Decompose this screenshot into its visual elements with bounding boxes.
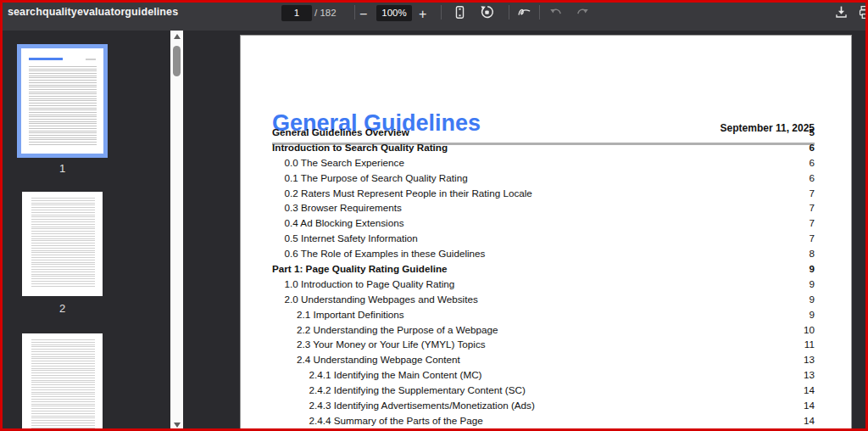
toc-entry-page-number: 13 [804, 367, 815, 383]
toc-entry-text[interactable]: 2.4.4 Summary of the Parts of the Page [272, 415, 483, 426]
thumbnail-date-line [86, 59, 97, 60]
toc-entry-text[interactable]: 0.3 Browser Requirements [272, 202, 402, 213]
toc-entry-text[interactable]: 0.4 Ad Blocking Extensions [272, 217, 404, 228]
toc-entry-text[interactable]: General Guidelines Overview [272, 126, 409, 137]
toc-entry-text[interactable]: 0.6 The Role of Examples in these Guidel… [272, 248, 485, 259]
toc-entry[interactable]: 2.4.4 Summary of the Parts of the Page 1… [272, 413, 815, 428]
toc-entry-page-number: 11 [804, 337, 815, 352]
toc-entry-page-number: 7 [809, 231, 815, 246]
toc-entry-text[interactable]: 1.0 Introduction to Page Quality Rating [272, 278, 454, 289]
toc-entry[interactable]: 0.6 The Role of Examples in these Guidel… [272, 246, 815, 261]
pdf-page: General Guidelines September 11, 2025 Ge… [240, 35, 852, 431]
thumbnail-page-3[interactable] [22, 333, 103, 431]
toc-entry-text[interactable]: 0.2 Raters Must Represent People in thei… [272, 188, 532, 199]
toc-entry-page-number: 7 [809, 216, 815, 231]
toc-entry[interactable]: 0.1 The Purpose of Search Quality Rating… [272, 171, 815, 186]
thumbnail-title-line [29, 58, 64, 60]
toc-entry[interactable]: 0.2 Raters Must Represent People in thei… [272, 186, 815, 201]
toc-entry-page-number: 6 [809, 155, 815, 171]
thumbnail-text-lines [31, 198, 95, 288]
undo-icon[interactable] [549, 5, 564, 20]
toc-entry[interactable]: 2.0 Understanding Webpages and Websites … [272, 292, 815, 307]
redo-icon[interactable] [575, 5, 589, 20]
table-of-contents: General Guidelines Overview 5 Introducti… [272, 125, 815, 428]
document-filename: searchqualityevaluatorguidelines [8, 6, 178, 18]
toc-entry-page-number: 6 [809, 140, 815, 155]
toc-entry[interactable]: 0.4 Ad Blocking Extensions 7 [272, 216, 815, 231]
toc-entry[interactable]: General Guidelines Overview 5 [272, 125, 815, 140]
toolbar-divider [354, 5, 355, 20]
toc-entry-text[interactable]: 2.3 Your Money or Your Life (YMYL) Topic… [272, 339, 486, 350]
toc-entry-page-number: 7 [809, 200, 815, 216]
thumbnail-text-lines [29, 66, 97, 146]
toc-entry-text[interactable]: 2.4 Understanding Webpage Content [272, 354, 460, 365]
toc-entry-text[interactable]: 0.0 The Search Experience [272, 157, 404, 168]
toc-entry[interactable]: 2.1 Important Definitions 9 [272, 307, 815, 322]
toc-entry-page-number: 9 [809, 307, 815, 322]
toc-entry-text[interactable]: 2.2 Understanding the Purpose of a Webpa… [272, 324, 498, 335]
page-number-input[interactable] [281, 5, 312, 21]
thumbnail-label-2: 2 [22, 302, 103, 315]
toc-entry-page-number: 14 [804, 398, 815, 413]
toc-entry[interactable]: 1.0 Introduction to Page Quality Rating … [272, 277, 815, 292]
toc-entry-text[interactable]: Part 1: Page Quality Rating Guideline [272, 263, 448, 274]
toc-entry-text[interactable]: 2.4.1 Identifying the Main Content (MC) [272, 369, 481, 380]
toc-entry[interactable]: 2.4.1 Identifying the Main Content (MC) … [272, 367, 815, 383]
toc-entry-text[interactable]: 2.0 Understanding Webpages and Websites [272, 294, 478, 305]
zoom-level-input[interactable] [376, 5, 412, 21]
toc-entry-page-number: 14 [804, 413, 815, 428]
toc-entry[interactable]: 2.4 Understanding Webpage Content 13 [272, 352, 815, 367]
toolbar-divider [441, 5, 442, 20]
thumbnail-page-1[interactable] [17, 44, 108, 158]
pdf-toolbar: searchqualityevaluatorguidelines / 182 −… [0, 0, 868, 31]
toolbar-divider [539, 5, 540, 20]
toc-entry[interactable]: 2.2 Understanding the Purpose of a Webpa… [272, 322, 815, 338]
scroll-up-arrow-icon[interactable] [170, 31, 183, 42]
toc-entry[interactable]: Introduction to Search Quality Rating 6 [272, 140, 815, 155]
toc-entry-text[interactable]: 0.1 The Purpose of Search Quality Rating [272, 172, 468, 183]
toc-entry[interactable]: Part 1: Page Quality Rating Guideline 9 [272, 261, 815, 277]
toc-entry-text[interactable]: 2.4.3 Identifying Advertisements/Monetiz… [272, 400, 535, 411]
scroll-down-arrow-icon[interactable] [170, 419, 183, 431]
toc-entry-text[interactable]: Introduction to Search Quality Rating [272, 142, 448, 153]
toc-entry-text[interactable]: 2.1 Important Definitions [272, 309, 404, 320]
scrollbar-thumb[interactable] [173, 46, 181, 76]
toc-entry[interactable]: 0.3 Browser Requirements 7 [272, 200, 815, 216]
thumbnail-page-2[interactable] [22, 192, 103, 296]
toolbar-divider [509, 5, 509, 20]
download-icon[interactable] [834, 5, 849, 20]
fit-page-icon[interactable] [453, 5, 467, 20]
toc-entry-page-number: 13 [804, 352, 815, 367]
thumbnail-scrollbar[interactable] [170, 31, 183, 431]
toc-entry-page-number: 9 [809, 261, 815, 277]
thumbnail-page-1-preview [21, 48, 103, 154]
toc-entry-page-number: 14 [804, 383, 815, 398]
print-icon[interactable] [859, 5, 868, 20]
toc-entry-page-number: 7 [809, 186, 815, 201]
thumbnail-label-1: 1 [17, 162, 108, 175]
rotate-counterclockwise-icon[interactable] [480, 5, 494, 20]
toc-entry-page-number: 6 [809, 171, 815, 186]
toc-entry-page-number: 8 [809, 246, 815, 261]
zoom-out-button[interactable]: − [359, 8, 367, 21]
toc-entry-page-number: 5 [809, 125, 815, 140]
toc-entry-page-number: 9 [809, 277, 815, 292]
toc-entry[interactable]: 2.3 Your Money or Your Life (YMYL) Topic… [272, 337, 815, 352]
toc-entry[interactable]: 0.5 Internet Safety Information 7 [272, 231, 815, 246]
thumbnail-text-lines [31, 339, 95, 429]
annotate-pen-icon[interactable] [517, 5, 531, 20]
toc-entry[interactable]: 0.0 The Search Experience 6 [272, 155, 815, 171]
toc-entry-text[interactable]: 2.4.2 Identifying the Supplementary Cont… [272, 384, 526, 395]
toc-entry[interactable]: 2.4.2 Identifying the Supplementary Cont… [272, 383, 815, 398]
toc-entry-page-number: 10 [804, 322, 815, 338]
toc-entry[interactable]: 2.4.3 Identifying Advertisements/Monetiz… [272, 398, 815, 413]
toc-entry-text[interactable]: 0.5 Internet Safety Information [272, 232, 418, 243]
page-total-label: / 182 [314, 8, 337, 18]
zoom-in-button[interactable]: + [419, 8, 426, 21]
thumbnail-panel: 1 2 [0, 31, 183, 431]
toc-entry-page-number: 9 [809, 292, 815, 307]
